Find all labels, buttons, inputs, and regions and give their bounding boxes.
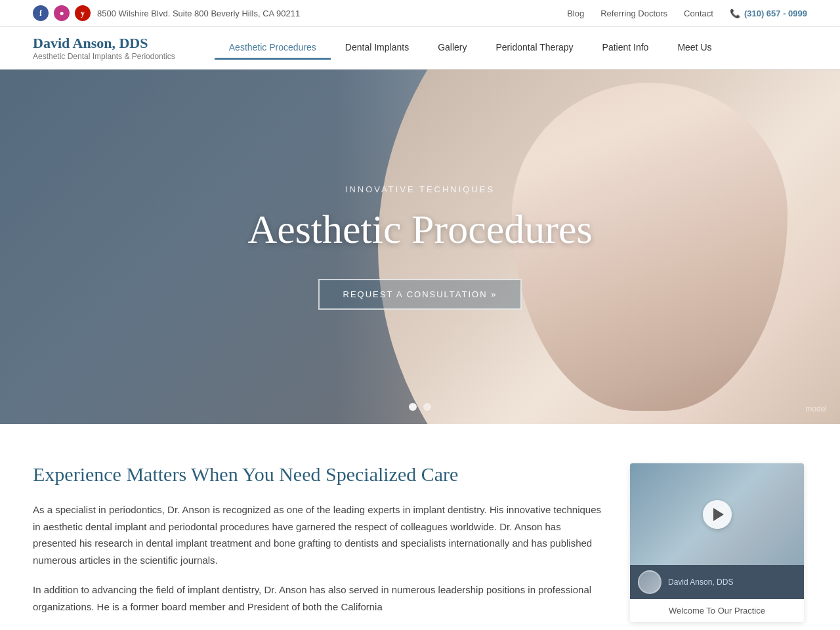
video-thumbnail <box>630 463 804 565</box>
main-nav: David Anson, DDS Aesthetic Dental Implan… <box>0 27 840 70</box>
video-caption: Welcome To Our Practice <box>630 599 804 622</box>
content-right: David Anson, DDS Welcome To Our Practice <box>630 463 804 630</box>
phone-link[interactable]: 📞 (310) 657 - 0999 <box>730 9 807 18</box>
hero-subtitle: INNOVATIVE TECHNIQUES <box>247 184 592 194</box>
hero-dots <box>409 403 431 411</box>
address-text: 8500 Wilshire Blvd. Suite 800 Beverly Hi… <box>97 9 300 18</box>
model-label: model <box>805 404 827 413</box>
yelp-icon[interactable]: y <box>75 5 91 21</box>
contact-link[interactable]: Contact <box>684 9 713 18</box>
video-info: David Anson, DDS <box>668 578 733 587</box>
facebook-icon[interactable]: f <box>33 5 49 21</box>
top-bar: f ● y 8500 Wilshire Blvd. Suite 800 Beve… <box>0 0 840 27</box>
video-play-button[interactable] <box>703 500 732 529</box>
logo-subtitle: Aesthetic Dental Implants & Periodontics <box>33 52 175 61</box>
doctor-name: David Anson, DDS <box>668 578 733 587</box>
nav-item-dental-implants[interactable]: Dental Implants <box>331 37 423 60</box>
hero-dot-1[interactable] <box>409 403 417 411</box>
video-card: David Anson, DDS Welcome To Our Practice <box>630 463 804 622</box>
instagram-icon[interactable]: ● <box>54 5 70 21</box>
consultation-button[interactable]: REQUEST A CONSULTATION » <box>318 279 522 310</box>
nav-item-meet-us[interactable]: Meet Us <box>663 37 726 60</box>
video-lower-bar: David Anson, DDS <box>630 565 804 599</box>
hero-section: INNOVATIVE TECHNIQUES Aesthetic Procedur… <box>0 70 840 424</box>
nav-item-peridontal-therapy[interactable]: Peridontal Therapy <box>482 37 588 60</box>
content-section: Experience Matters When You Need Special… <box>0 424 840 630</box>
nav-links: Aesthetic Procedures Dental Implants Gal… <box>215 37 726 60</box>
phone-number: (310) 657 - 0999 <box>744 9 807 18</box>
top-bar-nav: Blog Referring Doctors Contact 📞 (310) 6… <box>567 9 807 18</box>
logo-name: David Anson, DDS <box>33 35 175 52</box>
social-icons: f ● y <box>33 5 91 21</box>
logo[interactable]: David Anson, DDS Aesthetic Dental Implan… <box>33 35 175 61</box>
nav-item-patient-info[interactable]: Patient Info <box>588 37 663 60</box>
phone-icon: 📞 <box>730 9 740 18</box>
top-bar-left: f ● y 8500 Wilshire Blvd. Suite 800 Beve… <box>33 5 300 21</box>
content-para-2: In addition to advancing the field of im… <box>33 581 604 615</box>
hero-overlay: INNOVATIVE TECHNIQUES Aesthetic Procedur… <box>195 184 644 310</box>
hero-title: Aesthetic Procedures <box>247 206 592 253</box>
referring-doctors-link[interactable]: Referring Doctors <box>600 9 667 18</box>
blog-link[interactable]: Blog <box>567 9 584 18</box>
content-heading: Experience Matters When You Need Special… <box>33 463 604 486</box>
content-left: Experience Matters When You Need Special… <box>33 463 604 628</box>
play-triangle-icon <box>713 508 724 521</box>
nav-item-aesthetic-procedures[interactable]: Aesthetic Procedures <box>215 37 331 60</box>
nav-item-gallery[interactable]: Gallery <box>423 37 481 60</box>
hero-dot-2[interactable] <box>423 403 431 411</box>
content-para-1: As a specialist in periodontics, Dr. Ans… <box>33 501 604 568</box>
doctor-avatar <box>638 570 662 594</box>
